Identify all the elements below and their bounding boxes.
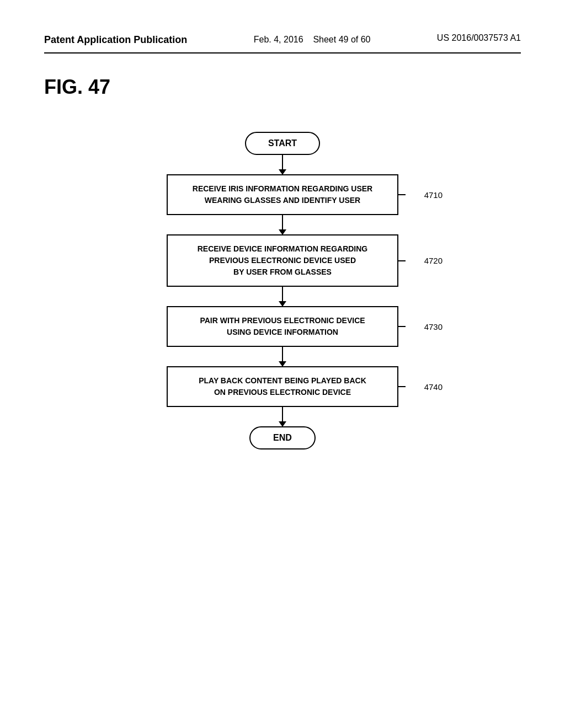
node-4740: PLAY BACK CONTENT BEING PLAYED BACKON PR… — [167, 366, 398, 407]
node-wrapper-4720: RECEIVE DEVICE INFORMATION REGARDINGPREV… — [167, 234, 398, 287]
arrow-start-to-4710 — [282, 155, 283, 174]
flowchart-diagram: START RECEIVE IRIS INFORMATION REGARDING… — [44, 132, 521, 449]
header-date-sheet: Feb. 4, 2016 Sheet 49 of 60 — [254, 33, 371, 46]
tick-4740 — [397, 386, 406, 387]
header-sheet: Sheet 49 of 60 — [313, 35, 370, 44]
node-4720: RECEIVE DEVICE INFORMATION REGARDINGPREV… — [167, 234, 398, 287]
tick-4730 — [397, 326, 406, 327]
node-label-4730: 4730 — [424, 322, 443, 331]
node-wrapper-4730: PAIR WITH PREVIOUS ELECTRONIC DEVICEUSIN… — [167, 306, 398, 347]
figure-label: FIG. 47 — [44, 76, 521, 99]
node-label-4740: 4740 — [424, 382, 443, 392]
arrow-4740-to-end — [282, 407, 283, 426]
tick-4710 — [397, 194, 406, 195]
page: Patent Application Publication Feb. 4, 2… — [0, 0, 565, 728]
node-wrapper-4740: PLAY BACK CONTENT BEING PLAYED BACKON PR… — [167, 366, 398, 407]
arrow-4710-to-4720 — [282, 215, 283, 234]
node-4710: RECEIVE IRIS INFORMATION REGARDING USERW… — [167, 174, 398, 215]
header-patent-number: US 2016/0037573 A1 — [437, 33, 521, 43]
node-wrapper-4710: RECEIVE IRIS INFORMATION REGARDING USERW… — [167, 174, 398, 215]
arrow-4720-to-4730 — [282, 287, 283, 306]
node-label-4720: 4720 — [424, 256, 443, 265]
node-label-4710: 4710 — [424, 190, 443, 200]
header: Patent Application Publication Feb. 4, 2… — [44, 33, 521, 53]
node-4730: PAIR WITH PREVIOUS ELECTRONIC DEVICEUSIN… — [167, 306, 398, 347]
tick-4720 — [397, 260, 406, 261]
header-date: Feb. 4, 2016 — [254, 35, 303, 44]
header-publication-label: Patent Application Publication — [44, 33, 187, 47]
start-node: START — [245, 132, 320, 155]
arrow-4730-to-4740 — [282, 347, 283, 366]
end-node: END — [249, 426, 316, 449]
